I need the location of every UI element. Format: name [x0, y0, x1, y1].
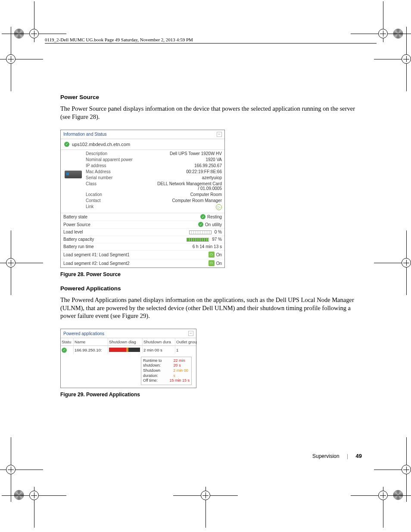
registration-mark-icon — [400, 53, 411, 65]
footer-page-number: 49 — [356, 453, 362, 459]
registration-mark-icon — [28, 489, 40, 502]
info-value: azertyuiop — [155, 175, 224, 181]
tt-value: 15 min 15 s — [169, 378, 190, 383]
registration-mark-icon — [199, 489, 212, 502]
outlet-icon — [209, 252, 215, 258]
load-segment1-row: Load segment #1: Load Segment1 On — [61, 251, 224, 259]
starburst-corner-icon — [14, 490, 24, 500]
kv-label: Battery state — [63, 215, 87, 219]
kv-value-text: 6 h 14 min 13 s — [193, 244, 222, 249]
device-hostname: ups102.mbdevd.ch.etn.com — [72, 142, 130, 147]
panel-title-row: Information and Status − — [61, 130, 224, 139]
cell-outlet-group: 1 — [175, 346, 197, 354]
kv-value: On — [209, 252, 222, 258]
registration-mark-icon — [4, 53, 17, 65]
kv-label: Load segment #1: Load Segment1 — [63, 252, 129, 257]
collapse-icon[interactable]: − — [188, 331, 193, 336]
collapse-icon[interactable]: − — [217, 132, 222, 137]
ups-image-cell — [61, 151, 86, 178]
tt-value: 2 min 00 s — [173, 368, 190, 378]
shutdown-tooltip: Runtime to shutdown:22 min 20 s Shutdown… — [141, 357, 192, 385]
registration-mark-icon — [4, 256, 17, 269]
info-label: Class — [86, 181, 155, 187]
table-row[interactable]: 166.99.250.10: 2 min 00 s 1 — [61, 346, 196, 354]
cell-status — [61, 346, 74, 354]
kv-value-text: On — [216, 252, 222, 257]
link-arrow-icon[interactable] — [216, 204, 222, 210]
info-value: Computer Room — [155, 192, 224, 198]
panel2-title-row: Powered applications − — [61, 329, 196, 338]
info-label: Serial number — [86, 175, 155, 181]
device-info-grid: Description Dell UPS Tower 1920W HV Nomi… — [61, 150, 224, 213]
registration-mark-icon — [28, 27, 40, 40]
footer-section: Supervision — [312, 453, 339, 459]
registration-mark-icon — [377, 27, 389, 40]
power-source-paragraph: The Power Source panel displays informat… — [60, 105, 362, 121]
info-value: DELL Network Management Card / 01.09.000… — [155, 181, 224, 192]
panel-title-text: Information and Status — [63, 132, 107, 137]
kv-label: Load level — [63, 230, 83, 234]
shutdown-diagram — [109, 348, 140, 352]
kv-value-text: 97 % — [212, 237, 222, 242]
powered-apps-paragraph: The Powered Applications panel displays … — [60, 296, 362, 320]
kv-value: 97 % — [187, 237, 222, 242]
tt-label: Shutdown duration: — [143, 368, 173, 378]
outlet-icon — [209, 260, 215, 266]
load-bar — [189, 230, 212, 234]
battery-state-row: Battery state Resting — [61, 213, 224, 221]
battery-capacity-row: Battery capacity 97 % — [61, 236, 224, 243]
info-label: Nominal apparent power — [86, 157, 155, 163]
crop-header-rule — [45, 43, 377, 44]
info-value: Computer Room Manager — [155, 198, 224, 204]
info-value: 166.99.250.67 — [155, 163, 224, 169]
info-value: 1920 VA — [155, 157, 224, 163]
powered-apps-heading: Powered Applications — [60, 285, 362, 292]
th-outlet-group: Outlet group — [175, 338, 197, 345]
cell-shutdown-diag — [108, 346, 143, 353]
page-footer: Supervision | 49 — [60, 453, 362, 459]
kv-value: Resting — [200, 214, 222, 219]
capacity-bar — [187, 238, 209, 242]
panel2-title-text: Powered applications — [63, 331, 104, 336]
ups-device-icon — [65, 171, 82, 178]
registration-mark-icon — [400, 463, 411, 476]
kv-label: Battery capacity — [63, 237, 94, 242]
status-ok-icon — [64, 142, 69, 147]
kv-label: Load segment #2: Load Segment2 — [63, 261, 129, 266]
kv-value: On — [209, 260, 222, 266]
registration-mark-icon — [4, 463, 17, 476]
table-header: Statu Name Shutdown diag Shutdown dura O… — [61, 338, 196, 346]
kv-label: Power Source — [63, 222, 90, 227]
battery-runtime-row: Battery run time 6 h 14 min 13 s — [61, 243, 224, 251]
th-status: Statu — [61, 338, 74, 345]
figure28-caption: Figure 28. Power Source — [60, 271, 362, 277]
info-label: Contact — [86, 198, 155, 204]
status-ok-icon — [62, 348, 67, 353]
status-ok-icon — [198, 222, 203, 227]
registration-mark-icon — [400, 256, 411, 269]
crop-header-text: 0119_2-Dell MUMC UG.book Page 49 Saturda… — [45, 37, 193, 42]
info-label: IP address — [86, 163, 155, 169]
th-shutdown-diag: Shutdown diag — [108, 338, 143, 345]
kv-value: On utility — [198, 222, 222, 227]
powered-applications-panel: Powered applications − Statu Name Shutdo… — [60, 329, 196, 388]
info-label: Link — [86, 204, 155, 210]
tt-label: Runtime to shutdown: — [143, 358, 173, 368]
kv-label: Battery run time — [63, 244, 94, 249]
load-level-row: Load level 0 % — [61, 229, 224, 236]
info-value: 00:22:19:FF:8E:66 — [155, 169, 224, 175]
info-label: Location — [86, 192, 155, 198]
tt-value: 22 min 20 s — [173, 358, 190, 368]
th-shutdown-dur: Shutdown dura — [143, 338, 175, 345]
footer-separator: | — [347, 453, 348, 459]
figure29-caption: Figure 29. Powered Applications — [60, 392, 362, 398]
kv-value-text: On — [216, 261, 222, 266]
page-content: Power Source The Power Source panel disp… — [60, 94, 362, 405]
tt-label: Off time: — [143, 378, 158, 383]
load-segment2-row: Load segment #2: Load Segment2 On — [61, 259, 224, 268]
power-source-row: Power Source On utility — [61, 221, 224, 229]
cell-name: 166.99.250.10: — [74, 346, 108, 354]
kv-value: 0 % — [189, 230, 222, 234]
power-source-heading: Power Source — [60, 94, 362, 100]
status-ok-icon — [200, 214, 206, 219]
